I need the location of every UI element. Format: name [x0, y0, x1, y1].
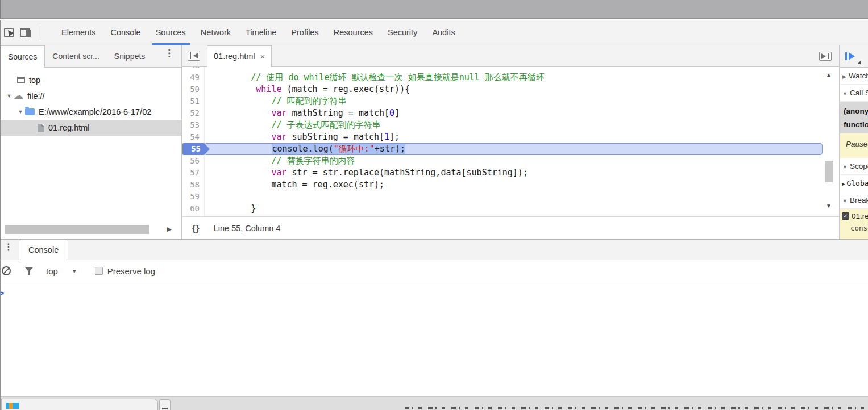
code-editor[interactable]: 4849 // 使用 do while循环 默认检查一次 如果直接就是null … [182, 67, 839, 216]
background-window-button [159, 399, 171, 410]
tab-timeline[interactable]: Timeline [238, 20, 284, 45]
code-line[interactable]: 56 // 替换字符串的内容 [182, 155, 839, 167]
show-drawer-icon[interactable] [819, 52, 832, 61]
code-text[interactable]: while (match = reg.exec(str)){ [204, 83, 839, 95]
sources-navigator-pane: SourcesContent scr...Snippets ⋮ top▼☁fil… [0, 45, 182, 239]
code-line[interactable]: 50 while (match = reg.exec(str)){ [182, 83, 839, 95]
disclosure-arrow-icon[interactable]: ▼ [16, 109, 25, 115]
preserve-log-checkbox[interactable] [95, 267, 103, 275]
code-text[interactable]: var subString = match[1]; [204, 131, 839, 143]
code-text[interactable]: // 匹配到的字符串 [204, 95, 839, 107]
section-watch[interactable]: ▶Watch [840, 68, 868, 85]
tree-item-file-[interactable]: ▼☁file:// [0, 88, 181, 104]
code-text[interactable]: console.log("循环中:"+str); [204, 143, 823, 155]
tab-audits[interactable]: Audits [425, 20, 462, 45]
line-number[interactable]: 52 [182, 107, 204, 119]
navigator-tab-content-scr-[interactable]: Content scr... [45, 45, 106, 67]
navigator-tab-snippets[interactable]: Snippets [107, 45, 152, 67]
line-number[interactable]: 49 [182, 72, 204, 83]
folder-icon [25, 108, 35, 115]
code-line[interactable]: 57 var str = str.replace(mathString,data… [182, 167, 839, 179]
code-line[interactable]: 54 var subString = match[1]; [182, 131, 839, 143]
code-text[interactable]: match = reg.exec(str); [204, 179, 839, 191]
pretty-print-icon[interactable]: {} [192, 223, 200, 233]
line-number[interactable]: 48 [182, 67, 204, 72]
navigator-overflow-menu-icon[interactable]: ⋮ [164, 51, 173, 62]
clear-console-icon[interactable] [2, 266, 11, 275]
line-number[interactable]: 59 [182, 191, 204, 203]
tab-console[interactable]: Console [103, 20, 148, 45]
debugger-toolbar [840, 45, 868, 68]
call-stack-frame[interactable]: (anonymous function) [840, 102, 868, 133]
editor-tab[interactable]: 01.reg.html × [207, 45, 272, 67]
code-line[interactable]: 58 match = reg.exec(str); [182, 179, 839, 191]
tab-network[interactable]: Network [193, 20, 238, 45]
filter-icon[interactable] [24, 267, 34, 275]
line-number[interactable]: 54 [182, 131, 204, 143]
scrollbar-up-arrow-icon[interactable]: ▲ [826, 72, 832, 78]
background-window-text-sliver [405, 407, 864, 409]
code-text[interactable] [204, 191, 839, 203]
tree-item-01-reg-html[interactable]: 01.reg.html [0, 120, 181, 136]
tab-elements[interactable]: Elements [54, 20, 103, 45]
editor-vertical-scrollbar[interactable]: ▲ ▼ [825, 67, 834, 216]
chevron-down-icon[interactable]: ▼ [72, 268, 77, 274]
navigator-tab-sources[interactable]: Sources [0, 45, 45, 68]
section-call-stack[interactable]: ▼Call Stack [840, 85, 868, 102]
section-breakpoints[interactable]: ▼Breakpoints [840, 192, 868, 209]
paused-line-number-badge[interactable]: 55 [182, 143, 210, 155]
scrollbar-thumb[interactable] [5, 225, 149, 234]
scrollbar-down-arrow-icon[interactable]: ▼ [826, 203, 832, 209]
tab-security[interactable]: Security [380, 20, 425, 45]
device-toolbar-icon [20, 28, 31, 37]
drawer-menu-icon[interactable]: ⋮ [4, 244, 12, 249]
preserve-log-label[interactable]: Preserve log [107, 266, 155, 276]
inspect-icon [4, 28, 14, 37]
line-number[interactable]: 57 [182, 167, 204, 179]
line-number[interactable]: 60 [182, 203, 204, 215]
code-line[interactable]: 49 // 使用 do while循环 默认检查一次 如果直接就是null 那么… [182, 72, 839, 83]
code-line[interactable]: 59 [182, 191, 839, 203]
scope-item-global[interactable]: ▶Global [840, 175, 868, 192]
close-icon[interactable]: × [260, 52, 265, 61]
code-text[interactable]: var mathString = match[0] [204, 107, 839, 119]
hide-navigator-icon[interactable] [188, 51, 200, 61]
code-text[interactable]: } [204, 203, 839, 215]
device-toolbar-button[interactable] [17, 24, 34, 41]
code-text[interactable] [204, 67, 839, 72]
cursor-position-text: Line 55, Column 4 [214, 224, 281, 233]
execution-line[interactable]: 55 console.log("循环中:"+str); [182, 143, 839, 155]
code-text[interactable]: // 替换字符串的内容 [204, 155, 839, 167]
code-line[interactable]: 60 } [182, 203, 839, 215]
line-number[interactable]: 56 [182, 155, 204, 167]
code-line[interactable]: 48 [182, 67, 839, 72]
tab-profiles[interactable]: Profiles [284, 20, 326, 45]
scrollbar-right-arrow-icon[interactable]: ▶ [167, 225, 172, 233]
execution-context-selector[interactable]: top [46, 266, 58, 276]
inspect-element-button[interactable] [0, 24, 17, 41]
tab-console[interactable]: Console [19, 240, 68, 260]
code-text[interactable]: var str = str.replace(mathString,data[su… [204, 167, 839, 179]
code-line[interactable]: 53 // 子表达式匹配到的字符串 [182, 119, 839, 131]
frame-icon [17, 77, 25, 83]
code-text[interactable]: // 子表达式匹配到的字符串 [204, 119, 839, 131]
line-number[interactable]: 51 [182, 95, 204, 107]
navigator-horizontal-scrollbar[interactable]: ▶ [3, 224, 174, 235]
tab-resources[interactable]: Resources [326, 20, 380, 45]
code-text[interactable]: // 使用 do while循环 默认检查一次 如果直接就是null 那么就不再… [204, 72, 839, 83]
line-number[interactable]: 50 [182, 83, 204, 95]
tree-item-top[interactable]: top [0, 72, 181, 88]
scrollbar-thumb[interactable] [825, 161, 833, 182]
section-scope[interactable]: ▼Scope [840, 158, 868, 175]
breakpoint-entry[interactable]: ✓01.reg.html:55console.log("循环中:"+str); [840, 209, 868, 239]
line-number[interactable]: 53 [182, 119, 204, 131]
tab-sources[interactable]: Sources [148, 20, 193, 45]
console-input-area[interactable]: > [0, 282, 868, 396]
code-line[interactable]: 51 // 匹配到的字符串 [182, 95, 839, 107]
resume-icon[interactable] [845, 52, 857, 60]
code-line[interactable]: 52 var mathString = match[0] [182, 107, 839, 119]
tree-item-e-www-example-2016-6-17-02[interactable]: ▼E:/www/example/2016-6-17/02 [0, 104, 181, 120]
line-number[interactable]: 58 [182, 179, 204, 191]
disclosure-arrow-icon[interactable]: ▼ [5, 93, 14, 99]
breakpoint-checkbox[interactable]: ✓ [842, 212, 849, 220]
